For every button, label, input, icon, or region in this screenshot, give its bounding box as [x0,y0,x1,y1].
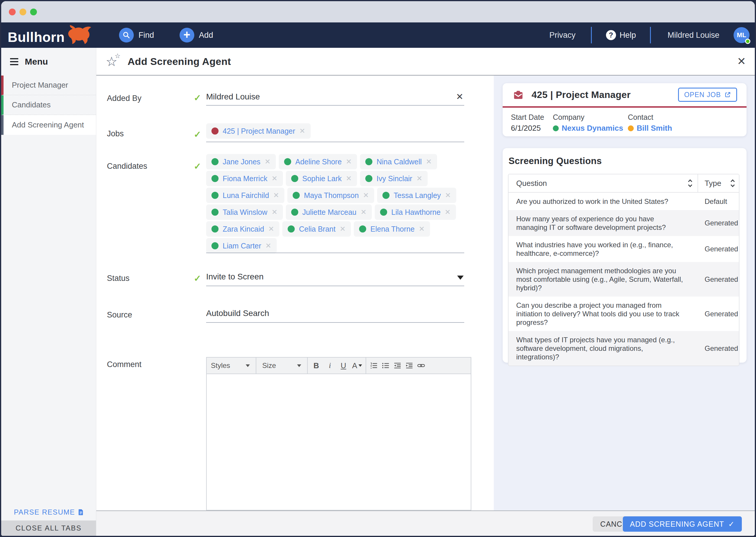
sidebar-item-project-manager[interactable]: Project Manager [1,75,96,95]
candidate-chip-remove-icon[interactable]: ✕ [445,191,451,199]
candidate-chip-label: Zara Kincaid [223,225,264,233]
traffic-light-minimize-icon[interactable] [20,9,26,15]
contact-status-dot [628,125,634,131]
table-row[interactable]: What types of IT projects have you manag… [509,331,739,366]
added-by-input-underline[interactable] [206,105,464,105]
candidate-chip[interactable]: Maya Thompson✕ [287,188,374,203]
table-row[interactable]: Can you describe a project you managed f… [509,297,739,331]
candidate-chip-remove-icon[interactable]: ✕ [273,191,279,199]
jobs-input-underline[interactable] [206,142,464,142]
candidate-chip[interactable]: Jane Jones✕ [206,154,276,169]
privacy-link[interactable]: Privacy [534,31,591,40]
add-screening-agent-button[interactable]: ADD SCREENING AGENT ✓ [623,516,742,532]
status-value[interactable]: Invite to Screen [206,272,264,281]
outdent-icon [394,362,401,369]
contact-link[interactable]: Bill Smith [637,124,672,133]
styles-dropdown[interactable]: Styles [207,361,254,370]
underline-button[interactable]: U [337,359,350,372]
sidebar-item-add-screening-agent[interactable]: Add Screening Agent [1,115,96,135]
candidate-chip-remove-icon[interactable]: ✕ [271,174,277,183]
type-column-header[interactable]: Type [698,174,739,192]
avatar[interactable]: ML [734,27,749,43]
contact-value[interactable]: Bill Smith [628,124,672,133]
candidate-chip-remove-icon[interactable]: ✕ [419,225,425,233]
candidate-chip-remove-icon[interactable]: ✕ [339,225,345,233]
company-value[interactable]: Nexus Dynamics [553,124,623,133]
bullet-list-button[interactable] [380,360,392,371]
traffic-light-zoom-icon[interactable] [30,9,37,15]
top-navbar: Bullhorn Find + Add Privacy ? Help Mildr… [1,22,755,48]
menu-button[interactable]: Menu [1,48,96,75]
candidate-chip[interactable]: Liam Carter✕ [206,238,277,253]
help-button[interactable]: ? Help [592,30,650,40]
candidate-chip[interactable]: Tessa Langley✕ [377,188,456,203]
traffic-light-close-icon[interactable] [9,9,16,15]
bull-logo-icon [67,25,94,45]
candidate-chip[interactable]: Luna Fairchild✕ [206,188,285,203]
added-by-clear-icon[interactable]: ✕ [456,92,463,102]
question-column-header[interactable]: Question [509,174,698,192]
candidate-chip[interactable]: Ivy Sinclair✕ [360,171,427,186]
candidate-chip-remove-icon[interactable]: ✕ [361,208,367,216]
candidate-chip-remove-icon[interactable]: ✕ [271,208,277,216]
candidates-input-underline[interactable] [206,253,464,253]
candidate-chip-remove-icon[interactable]: ✕ [445,208,451,216]
form-footer: CANCEL ADD SCREENING AGENT ✓ [96,511,755,536]
table-row[interactable]: What industries have you worked in (e.g.… [509,236,739,262]
user-name[interactable]: Mildred Louise [651,31,734,40]
candidate-chip-remove-icon[interactable]: ✕ [265,157,271,166]
table-row[interactable]: How many years of experience do you have… [509,210,739,236]
job-chip[interactable]: 425 | Project Manager ✕ [206,123,311,139]
candidate-chip[interactable]: Elena Thorne✕ [354,221,430,237]
candidate-chip-remove-icon[interactable]: ✕ [363,191,369,199]
bold-button[interactable]: B [309,359,323,372]
source-input-underline[interactable] [206,322,464,323]
company-link[interactable]: Nexus Dynamics [562,124,623,133]
sort-chevrons-icon[interactable] [689,180,691,186]
sort-chevrons-icon[interactable] [731,180,734,186]
job-chip-remove-icon[interactable]: ✕ [299,127,305,135]
candidate-chip[interactable]: Adeline Shore✕ [279,154,357,169]
status-dropdown-caret-icon[interactable] [457,275,464,280]
italic-button[interactable]: i [323,359,337,372]
candidate-chip[interactable]: Talia Winslow✕ [206,204,283,220]
close-icon[interactable]: ✕ [737,55,746,67]
link-button[interactable] [415,360,427,371]
ordered-list-button[interactable] [368,360,380,371]
candidate-chip[interactable]: Lila Hawthorne✕ [375,204,456,220]
candidate-chip-remove-icon[interactable]: ✕ [346,174,352,183]
candidate-chip-label: Elena Thorne [370,225,415,233]
candidate-chip-remove-icon[interactable]: ✕ [268,225,274,233]
favorite-star-icon[interactable]: ☆ ☆ [106,54,119,69]
screening-agent-form: Added By ✓ Mildred Louise ✕ Jobs ✓ 425 |… [96,75,494,511]
status-input-underline[interactable] [206,286,464,286]
candidate-chip[interactable]: Zara Kincaid✕ [206,221,279,237]
bullhorn-logo[interactable]: Bullhorn [8,25,94,45]
size-dropdown[interactable]: Size [258,361,305,370]
font-color-button[interactable]: A [350,359,364,372]
candidate-chip[interactable]: Celia Brant✕ [282,221,351,237]
app-window: Bullhorn Find + Add Privacy ? Help Mildr… [1,1,755,536]
parse-resume-button[interactable]: PARSE RESUME [1,504,96,520]
toolbar-separator [366,357,366,374]
candidate-chip[interactable]: Nina Caldwell✕ [360,154,437,169]
table-row[interactable]: Which project management methodologies a… [509,262,739,297]
added-by-value[interactable]: Mildred Louise [206,92,260,102]
candidate-chip[interactable]: Juliette Marceau✕ [286,204,372,220]
candidate-chip-remove-icon[interactable]: ✕ [346,157,352,166]
open-job-button[interactable]: OPEN JOB [678,88,737,102]
indent-button[interactable] [403,360,415,371]
candidate-chip-remove-icon[interactable]: ✕ [417,174,422,183]
outdent-button[interactable] [392,360,403,371]
candidate-chip[interactable]: Fiona Merrick✕ [206,171,283,186]
source-value[interactable]: Autobuild Search [206,309,269,318]
close-all-tabs-button[interactable]: CLOSE ALL TABS [1,520,96,536]
sidebar-item-candidates[interactable]: Candidates [1,95,96,115]
candidate-chip-remove-icon[interactable]: ✕ [426,157,432,166]
comment-editor[interactable] [206,374,471,511]
find-button[interactable]: Find [119,28,154,42]
table-row[interactable]: Are you authorized to work in the United… [509,193,739,210]
candidate-chip[interactable]: Sophie Lark✕ [286,171,357,186]
add-button[interactable]: + Add [180,28,213,42]
candidate-chip-remove-icon[interactable]: ✕ [265,242,271,250]
